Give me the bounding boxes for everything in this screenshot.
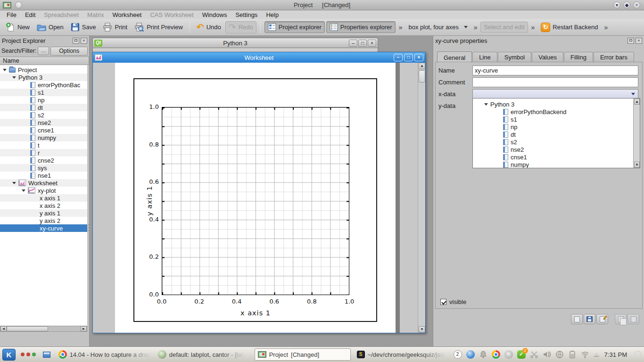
float-panel-icon[interactable] — [73, 38, 79, 44]
properties-explorer-toggle[interactable]: Properties explorer — [326, 21, 396, 33]
tree-item-y-axis-1[interactable]: y axis 1 — [0, 209, 87, 217]
load-template-button[interactable] — [571, 314, 583, 324]
menu-help[interactable]: Help — [262, 11, 282, 19]
tree-item[interactable]: np — [0, 96, 87, 104]
tree-item[interactable]: nse1 — [0, 172, 87, 179]
plot-page[interactable]: 0.0 0.2 0.4 0.6 0.8 1.0 1.0 0.8 0.6 0.4 … — [133, 78, 377, 322]
wifi-icon[interactable] — [581, 350, 589, 359]
scroll-down-icon[interactable]: ▼ — [634, 162, 640, 168]
tab-general[interactable]: General — [437, 51, 472, 63]
tray-expand-icon[interactable] — [594, 353, 599, 356]
tree-item[interactable]: dt — [0, 104, 87, 111]
tree-item[interactable]: s1 — [0, 89, 87, 96]
toolbar-overflow-chevron[interactable]: » — [604, 24, 608, 31]
tab-filling[interactable]: Filling — [564, 52, 593, 62]
python3-window[interactable]: Qt Python 3 – □ × — [92, 38, 378, 53]
tree-item-x-axis-1[interactable]: x axis 1 — [0, 194, 87, 202]
print-preview-button[interactable]: Print Preview — [132, 21, 186, 33]
horizontal-scrollbar[interactable]: ◄ ► — [0, 326, 87, 332]
minimize-button[interactable]: – — [349, 40, 357, 47]
task-labplot-active[interactable]: Project [Changed] — [255, 348, 351, 361]
tree-item-x-axis-2[interactable]: x axis 2 — [0, 202, 87, 209]
scroll-right-icon[interactable]: ► — [81, 326, 87, 331]
expander-icon[interactable] — [22, 189, 25, 192]
save-template-button[interactable] — [584, 314, 595, 324]
scissors-icon[interactable] — [530, 350, 538, 359]
menu-edit[interactable]: Edit — [21, 11, 39, 19]
toolbar-overflow-chevron[interactable]: » — [531, 24, 535, 31]
print-button[interactable]: Print — [100, 21, 130, 33]
tree-item[interactable]: cnse2 — [0, 156, 87, 164]
minimize-button[interactable]: – — [394, 54, 403, 61]
save-button[interactable]: Save — [68, 21, 99, 33]
search-filter-button[interactable]: ... — [38, 47, 49, 55]
worksheet-layout-combobox[interactable]: box plot, four axes — [405, 22, 470, 32]
toolbar-overflow-chevron[interactable]: » — [399, 24, 403, 31]
paste-button[interactable] — [627, 314, 639, 324]
task-screen-session[interactable]: default: labplot, cantor - [lab — [155, 348, 251, 361]
tab-symbol[interactable]: Symbol — [498, 52, 531, 62]
undo-button[interactable]: ↶ Undo — [194, 22, 224, 33]
dropdown-scrollbar[interactable]: ▲ ▼ — [633, 99, 640, 168]
dropdown-item[interactable]: cnse1 — [473, 153, 640, 161]
tree-item-python3[interactable]: Python 3 — [0, 74, 87, 81]
expander-icon[interactable] — [484, 103, 488, 106]
notification-bell-icon[interactable] — [479, 350, 487, 359]
menu-worksheet[interactable]: Worksheet — [108, 11, 145, 19]
messenger-icon[interactable]: ✓2 — [517, 350, 526, 359]
show-desktop-icon[interactable] — [634, 351, 642, 358]
clock[interactable]: 7:31 PM — [604, 351, 627, 358]
tree-item[interactable]: numpy — [0, 134, 87, 141]
amarok-wolf-icon[interactable] — [504, 350, 513, 359]
tree-item[interactable]: s2 — [0, 111, 87, 119]
float-panel-icon[interactable] — [627, 38, 634, 44]
close-panel-icon[interactable]: × — [81, 38, 87, 44]
expander-icon[interactable] — [12, 76, 16, 79]
tree-item[interactable]: errorPythonBac — [0, 81, 87, 89]
task-terminal[interactable]: S ~/dev/chrome/geeksquiz/js/p — [354, 348, 450, 361]
dropdown-item[interactable]: numpy — [473, 161, 640, 168]
chrome-tray-icon[interactable] — [492, 350, 500, 359]
vertical-scrollbar[interactable]: ▲ ▼ — [418, 63, 425, 333]
dropdown-item[interactable]: s2 — [473, 138, 640, 146]
tree-item[interactable]: nse2 — [0, 119, 87, 126]
copy-button[interactable] — [615, 314, 627, 324]
python3-titlebar[interactable]: Qt Python 3 – □ × — [92, 38, 378, 48]
scroll-up-icon[interactable]: ▲ — [634, 99, 640, 105]
klipper-icon[interactable]: 2 — [454, 350, 462, 359]
window-titlebar[interactable]: Project [Changed] ▾ ◆ × — [0, 0, 644, 10]
plot-area[interactable] — [162, 107, 349, 295]
tree-item-project[interactable]: Project — [0, 66, 87, 74]
tree-item-y-axis-2[interactable]: y axis 2 — [0, 217, 87, 224]
tree-item-xy-curve-selected[interactable]: xy-curve — [0, 224, 87, 232]
restart-backend-button[interactable]: ↻ Restart Backend — [538, 21, 601, 33]
task-chrome[interactable]: 14.04 - How to capture a drop — [56, 348, 152, 361]
dropdown-item[interactable]: errorPythonBackend — [473, 108, 640, 115]
kde-menu-button[interactable]: K — [2, 349, 16, 361]
tree-column-header[interactable]: Name — [0, 57, 89, 65]
maximize-button[interactable]: □ — [404, 54, 413, 61]
scroll-up-icon[interactable]: ▲ — [419, 63, 425, 69]
close-button[interactable]: × — [368, 40, 376, 47]
battery-icon[interactable] — [568, 350, 577, 359]
tree-item[interactable]: cnse1 — [0, 126, 87, 134]
open-button[interactable]: Open — [34, 22, 66, 33]
save-as-template-button[interactable] — [596, 314, 608, 324]
close-button[interactable]: × — [414, 54, 423, 61]
menu-file[interactable]: File — [3, 11, 20, 19]
project-explorer-toggle[interactable]: Project explorer — [264, 21, 325, 33]
scroll-left-icon[interactable]: ◄ — [0, 326, 7, 331]
worksheet-window[interactable]: Worksheet – □ × — [92, 52, 426, 333]
maximize-button[interactable]: □ — [358, 40, 367, 47]
tree-item-worksheet[interactable]: Worksheet — [0, 179, 87, 187]
app-swirl-icon[interactable] — [466, 350, 475, 359]
tree-item[interactable]: sys — [0, 164, 87, 172]
dropdown-item[interactable]: np — [473, 123, 640, 131]
pager-dot[interactable] — [32, 353, 36, 356]
worksheet-titlebar[interactable]: Worksheet – □ × — [93, 52, 425, 63]
tab-values[interactable]: Values — [532, 52, 563, 62]
tree-item[interactable]: t — [0, 141, 87, 149]
visible-checkbox[interactable] — [440, 299, 446, 305]
desktop-pager[interactable] — [21, 353, 36, 356]
dropdown-item[interactable]: nse2 — [473, 146, 640, 153]
